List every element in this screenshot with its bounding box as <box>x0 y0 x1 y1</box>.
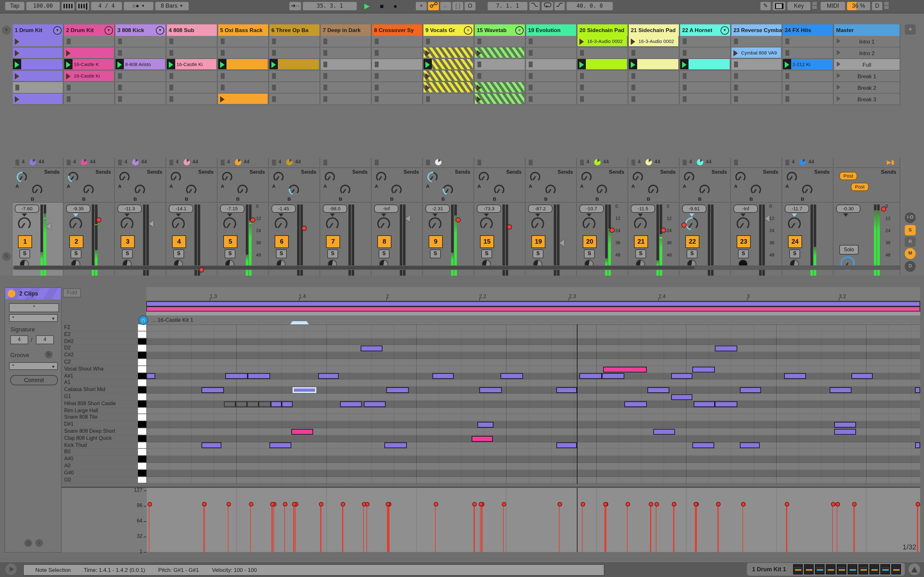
clip-name-label[interactable]: 16-3-Audio 0002 <box>638 36 678 47</box>
pan-marker[interactable] <box>433 213 438 217</box>
track-activator-button[interactable]: 7 <box>326 235 340 248</box>
stop-square-icon[interactable] <box>221 39 225 44</box>
velocity-stem[interactable] <box>363 504 364 552</box>
track-dropdown-icon[interactable]: ▼ <box>53 26 61 35</box>
stop-square-icon[interactable] <box>67 85 71 90</box>
clip[interactable] <box>423 71 473 81</box>
send-b-knob[interactable] <box>597 185 607 195</box>
midi-note[interactable] <box>235 401 247 407</box>
clip-total[interactable]: 44 <box>706 159 712 165</box>
stop-square-icon[interactable] <box>734 85 738 90</box>
velocity-stem[interactable] <box>832 504 833 552</box>
knob-needle[interactable] <box>21 223 25 228</box>
clip-play-icon[interactable] <box>580 39 584 45</box>
clip[interactable] <box>270 59 319 69</box>
clip-play-icon[interactable] <box>220 96 225 103</box>
midi-note[interactable] <box>146 374 156 379</box>
quantize-pie-icon[interactable] <box>594 159 601 165</box>
clip-play-icon[interactable] <box>15 96 19 103</box>
lane-label[interactable]: G0 <box>64 477 71 483</box>
solo-button[interactable]: S <box>173 250 184 258</box>
clip-slot[interactable] <box>475 47 525 59</box>
pan-marker[interactable] <box>638 213 643 217</box>
send-b-knob[interactable] <box>135 185 145 195</box>
grid-row[interactable] <box>146 352 920 359</box>
grid-row[interactable] <box>146 456 920 463</box>
stop-square-icon[interactable] <box>477 73 481 79</box>
knob-needle[interactable] <box>342 189 346 193</box>
knob-needle[interactable] <box>137 189 141 193</box>
stop-square-icon[interactable] <box>785 73 789 79</box>
clip-playing-icon[interactable] <box>682 61 687 68</box>
clip-play-icon[interactable] <box>15 73 19 79</box>
stop-square-icon[interactable] <box>323 96 327 102</box>
send-a-knob[interactable] <box>633 172 643 182</box>
send-b-label[interactable]: B <box>801 196 804 202</box>
send-b-label[interactable]: B <box>544 196 548 202</box>
send-a-knob[interactable] <box>273 172 284 182</box>
send-b-knob[interactable] <box>32 185 42 195</box>
send-b-label[interactable]: B <box>390 196 394 202</box>
arrangement-position-field[interactable]: 35. 3. 1 <box>303 2 357 10</box>
track-header[interactable]: 7 Deep in Dark <box>321 24 372 36</box>
track-activator-button[interactable]: 2 <box>69 235 83 248</box>
peak-dot[interactable] <box>661 227 666 233</box>
peak-dot[interactable] <box>682 222 687 227</box>
stop-square-icon[interactable] <box>734 96 738 102</box>
send-a-label[interactable]: A <box>15 183 19 189</box>
track-activator-button[interactable]: 15 <box>480 235 494 248</box>
clip[interactable] <box>475 93 524 104</box>
stop-square-icon[interactable] <box>580 96 584 102</box>
pan-marker[interactable] <box>792 213 797 217</box>
midi-note[interactable] <box>693 401 715 407</box>
punch-out-button[interactable] <box>554 2 565 10</box>
stop-square-icon[interactable] <box>632 85 635 90</box>
clip-slot[interactable] <box>423 59 474 71</box>
clip-slot[interactable] <box>577 47 628 59</box>
groove-hotswap-icon[interactable]: ↻ <box>45 351 53 358</box>
lane-label[interactable]: A1 <box>64 380 71 386</box>
send-a-label[interactable]: A <box>221 183 224 189</box>
record-button[interactable]: ● <box>389 2 401 10</box>
loop-o-button[interactable]: O <box>465 2 475 10</box>
stop-square-icon[interactable] <box>477 39 481 44</box>
midi-note[interactable] <box>715 401 738 407</box>
drum-lane-name[interactable]: Rim Large Hall <box>61 408 146 414</box>
stop-square-icon[interactable] <box>734 39 738 44</box>
clip-slot[interactable] <box>526 36 577 47</box>
grid-row[interactable] <box>146 442 920 449</box>
clip-play-icon[interactable] <box>66 50 71 56</box>
clip-slot[interactable] <box>577 59 628 71</box>
sends-label[interactable]: Sends <box>506 169 522 175</box>
send-b-label[interactable]: B <box>236 196 240 202</box>
track-sends[interactable]: SendsAB <box>732 167 782 202</box>
stop-square-icon[interactable] <box>323 50 327 56</box>
loop-brace-clip1[interactable] <box>146 301 920 306</box>
pan-knob[interactable] <box>326 218 339 230</box>
clip[interactable] <box>218 93 268 104</box>
clip-slot[interactable] <box>577 93 628 105</box>
midi-note[interactable] <box>915 443 920 448</box>
stop-square-icon[interactable] <box>580 85 584 90</box>
send-b-knob[interactable] <box>443 185 453 195</box>
peak-line[interactable] <box>660 237 662 239</box>
clip-slot[interactable] <box>321 93 372 105</box>
midi-note[interactable] <box>834 422 856 428</box>
midi-note[interactable] <box>653 429 675 435</box>
knob-needle[interactable] <box>481 176 485 181</box>
stop-button[interactable]: ■ <box>376 2 388 10</box>
volume-value[interactable]: -10.7 <box>580 205 604 213</box>
device-thumbnail[interactable] <box>891 564 901 574</box>
solo-button[interactable]: S <box>379 250 389 258</box>
stop-all-icon[interactable] <box>632 160 635 165</box>
clip-slot[interactable] <box>475 71 525 82</box>
track-activator-button[interactable]: 1 <box>18 235 32 248</box>
grid-row[interactable] <box>146 332 920 338</box>
velocity-stem[interactable] <box>342 504 343 552</box>
clip-count[interactable]: 4 <box>124 159 128 165</box>
scene-row[interactable]: Full <box>834 59 900 71</box>
velocity-stem[interactable] <box>149 504 150 552</box>
clip-slot[interactable]: 16-Castle Ki <box>167 59 218 71</box>
grid-row[interactable] <box>146 359 920 366</box>
track-stop-row[interactable] <box>526 158 577 167</box>
